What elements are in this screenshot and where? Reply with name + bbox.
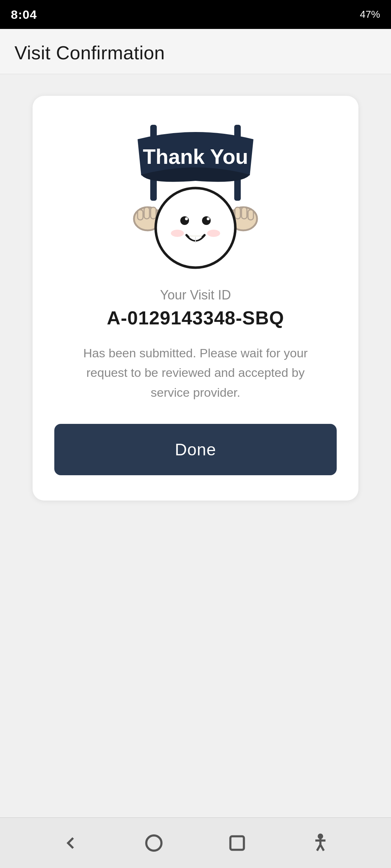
svg-point-16 bbox=[185, 217, 188, 220]
svg-rect-9 bbox=[248, 210, 253, 220]
svg-point-23 bbox=[319, 834, 322, 838]
svg-point-17 bbox=[207, 217, 210, 220]
back-nav-button[interactable] bbox=[60, 832, 81, 854]
bottom-navigation bbox=[0, 817, 391, 868]
thank-you-illustration: Thank You bbox=[109, 118, 282, 269]
visit-id-section: Your Visit ID A-0129143348-SBQ bbox=[107, 288, 284, 329]
status-bar: 8:04 47% bbox=[0, 0, 391, 29]
svg-rect-4 bbox=[138, 210, 143, 220]
illustration-wrapper: Thank You bbox=[54, 118, 337, 269]
svg-point-18 bbox=[171, 230, 184, 237]
svg-point-21 bbox=[146, 835, 161, 851]
svg-point-15 bbox=[202, 216, 211, 225]
battery-indicator: 47% bbox=[360, 9, 380, 20]
status-time: 8:04 bbox=[11, 8, 37, 22]
home-nav-button[interactable] bbox=[143, 832, 165, 854]
recents-nav-button[interactable] bbox=[226, 832, 248, 854]
svg-text:Thank You: Thank You bbox=[143, 145, 248, 168]
svg-rect-5 bbox=[144, 207, 150, 219]
svg-rect-11 bbox=[235, 207, 240, 219]
svg-point-19 bbox=[207, 230, 220, 237]
svg-point-14 bbox=[180, 216, 189, 225]
page-title: Visit Confirmation bbox=[14, 42, 377, 64]
page-header: Visit Confirmation bbox=[0, 29, 391, 74]
svg-line-27 bbox=[320, 844, 324, 850]
main-content: Thank You bbox=[0, 74, 391, 817]
svg-rect-10 bbox=[241, 207, 247, 219]
accessibility-nav-button[interactable] bbox=[310, 832, 331, 854]
done-button[interactable]: Done bbox=[54, 424, 337, 475]
confirmation-card: Thank You bbox=[33, 96, 358, 501]
visit-id-value: A-0129143348-SBQ bbox=[107, 307, 284, 329]
svg-point-13 bbox=[156, 188, 235, 268]
status-right: 47% bbox=[360, 9, 380, 20]
svg-rect-22 bbox=[230, 836, 244, 850]
submitted-message: Has been submitted. Please wait for your… bbox=[72, 343, 319, 402]
svg-rect-6 bbox=[151, 207, 156, 219]
visit-id-label: Your Visit ID bbox=[107, 288, 284, 303]
